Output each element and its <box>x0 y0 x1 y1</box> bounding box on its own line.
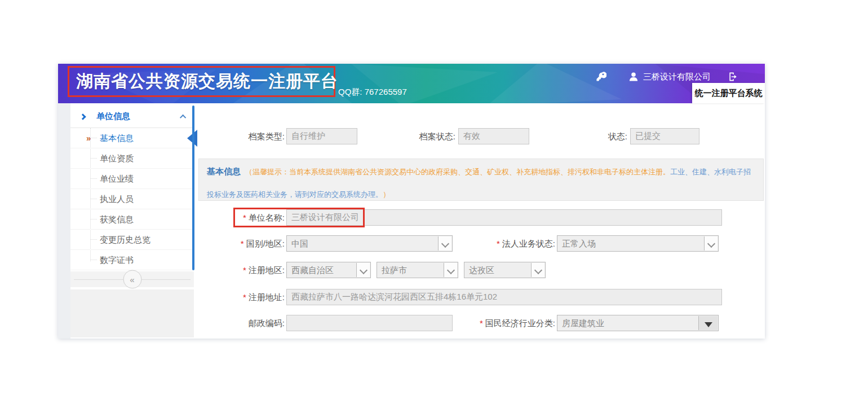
city-select[interactable]: 拉萨市 <box>377 262 458 278</box>
sidebar-item-basic-info[interactable]: » 基本信息 <box>70 128 194 148</box>
business-status-select[interactable]: 正常入场 <box>557 235 719 252</box>
business-status-label: *法人业务状态: <box>459 235 555 252</box>
chevron-down-icon[interactable] <box>438 236 451 251</box>
chevron-down-icon[interactable] <box>704 236 718 251</box>
country-select[interactable]: 中国 <box>286 235 453 252</box>
sidebar-collapse-button[interactable]: « <box>123 270 141 289</box>
country-label: *国别/地区: <box>200 235 285 252</box>
chevron-down-icon[interactable] <box>444 263 457 277</box>
district-select[interactable]: 达孜区 <box>464 262 546 278</box>
sidebar-item-practitioners[interactable]: 执业人员 <box>70 189 194 209</box>
section-title: 基本信息 <box>207 166 241 176</box>
province-select[interactable]: 西藏自治区 <box>286 262 371 278</box>
sidebar-scrollbar[interactable] <box>192 106 194 270</box>
postal-code-label: 邮政编码: <box>200 315 285 331</box>
sidebar-item-label: 基本信息 <box>100 133 134 143</box>
collapse-up-icon[interactable] <box>180 114 186 120</box>
archive-status-field <box>458 128 529 144</box>
industry-value: 房屋建筑业 <box>562 318 604 328</box>
sidebar-item-label: 变更历史总览 <box>100 235 150 244</box>
status-label: 状态: <box>546 128 627 144</box>
country-value: 中国 <box>291 239 308 248</box>
sidebar-item-unit-performance[interactable]: 单位业绩 <box>70 169 194 189</box>
archive-type-label: 档案类型: <box>200 128 285 144</box>
city-value: 拉萨市 <box>382 265 407 275</box>
sidebar-item-change-history[interactable]: 变更历史总览 <box>70 230 194 250</box>
sidebar-item-label: 单位业绩 <box>100 174 134 183</box>
sidebar-item-label: 数字证书 <box>100 255 134 265</box>
notice-hint-close: ） <box>383 190 390 199</box>
postal-code-input[interactable] <box>286 315 453 331</box>
archive-status-label: 档案状态: <box>374 128 455 144</box>
reg-region-label: *注册地区: <box>200 262 285 278</box>
page-title-text: 湖南省公共资源交易统一注册平台 <box>76 70 338 93</box>
app-window: 湖南省公共资源交易统一注册平台 QQ群: 767265597 三桥设计有限公司 … <box>58 64 765 339</box>
user-icon <box>628 71 639 82</box>
notice-hint-orange: （温馨提示：当前本系统提供湖南省公共资源交易中心的政府采购、交通、矿业权、补充耕… <box>245 168 670 176</box>
sidebar-item-label: 执业人员 <box>100 194 134 204</box>
industry-label: *国民经济行业分类: <box>459 315 555 331</box>
left-gutter <box>58 103 70 339</box>
company-name-menu[interactable]: 三桥设计有限公司 <box>643 72 711 82</box>
sidebar-collapse-bar: « <box>70 271 194 287</box>
sidebar-group-unit-info[interactable]: 单位信息 <box>70 106 194 128</box>
chevron-down-icon[interactable] <box>531 263 544 277</box>
archive-type-field <box>286 128 357 144</box>
active-marker-icon: » <box>86 128 91 148</box>
sidebar-item-digital-certificate[interactable]: 数字证书 <box>70 250 194 270</box>
industry-select[interactable]: 房屋建筑业 <box>557 315 719 331</box>
sidebar-item-label: 单位资质 <box>100 153 134 163</box>
page-title: 湖南省公共资源交易统一注册平台 <box>68 66 335 97</box>
logout-icon[interactable] <box>728 71 739 82</box>
sidebar-item-unit-qualification[interactable]: 单位资质 <box>70 148 194 169</box>
sidebar-item-awards[interactable]: 获奖信息 <box>70 209 194 230</box>
province-value: 西藏自治区 <box>291 265 334 275</box>
dropdown-triangle-icon[interactable] <box>698 316 718 330</box>
reg-address-label: *注册地址: <box>200 289 285 305</box>
sidebar-items: » 基本信息 单位资质 单位业绩 执业人员 获奖信息 变更历史总览 数字证书 <box>70 128 194 270</box>
header-toolbar: 三桥设计有限公司 <box>595 70 739 84</box>
system-tab[interactable]: 统一注册平台系统 <box>692 83 765 103</box>
sidebar-group-label: 单位信息 <box>96 111 130 122</box>
status-field <box>630 128 699 144</box>
basic-info-notice: 基本信息（温馨提示：当前本系统提供湖南省公共资源交易中心的政府采购、交通、矿业权… <box>198 159 764 201</box>
business-status-value: 正常入场 <box>562 239 596 248</box>
unit-name-label: *单位名称: <box>200 209 285 226</box>
key-icon[interactable] <box>595 71 606 82</box>
sidebar-item-label: 获奖信息 <box>100 214 134 224</box>
qq-group-text: QQ群: 767265597 <box>338 87 407 98</box>
district-value: 达孜区 <box>469 265 494 275</box>
reg-address-input[interactable] <box>286 289 722 305</box>
unit-name-input[interactable] <box>286 209 722 226</box>
sidebar-filler <box>70 289 194 337</box>
header: 湖南省公共资源交易统一注册平台 QQ群: 767265597 三桥设计有限公司 <box>58 64 765 103</box>
chevron-down-icon[interactable] <box>356 263 370 277</box>
chevron-right-icon <box>79 113 86 120</box>
sidebar-menu: 单位信息 » 基本信息 单位资质 单位业绩 执业人员 获奖信息 变更历史总览 <box>70 106 194 270</box>
